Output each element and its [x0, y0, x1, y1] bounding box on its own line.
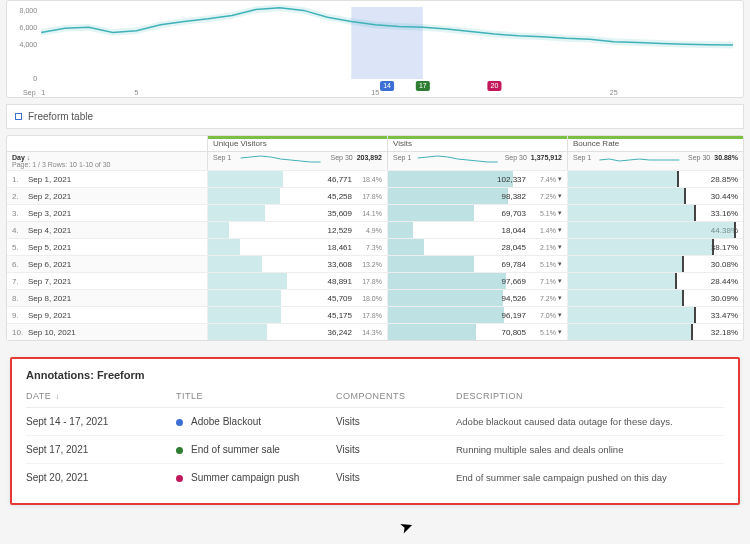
line-chart-panel[interactable]: 04,0006,0008,0001417201Sep51525 — [6, 0, 744, 98]
col-visits[interactable]: Visits — [387, 136, 567, 151]
freeform-section-header: Freeform table — [6, 104, 744, 129]
svg-text:4,000: 4,000 — [20, 41, 38, 48]
sort-icon[interactable]: ↓ — [55, 392, 60, 401]
table-row[interactable]: 4.Sep 4, 2021 12,5294.9% 18,0441.4%▾ 44.… — [7, 221, 743, 238]
pagination-label[interactable]: Page: 1 / 3 Rows: 10 1-10 of 30 — [12, 161, 202, 168]
cursor-icon: ➤ — [397, 515, 416, 537]
svg-text:15: 15 — [371, 89, 379, 96]
table-row[interactable]: 6.Sep 6, 2021 33,60813.2% 69,7845.1%▾ 30… — [7, 255, 743, 272]
dimension-label[interactable]: Day — [12, 154, 25, 161]
svg-text:8,000: 8,000 — [20, 7, 38, 14]
table-row[interactable]: 7.Sep 7, 2021 48,89117.8% 97,6697.1%▾ 28… — [7, 272, 743, 289]
annotations-freeform-panel: Annotations: Freeform DATE↓ TITLE COMPON… — [10, 357, 740, 505]
table-row[interactable]: 8.Sep 8, 2021 45,70918.0% 94,5267.2%▾ 30… — [7, 289, 743, 306]
table-row[interactable]: 1.Sep 1, 2021 46,77118.4% 102,3377.4%▾ 2… — [7, 170, 743, 187]
svg-text:0: 0 — [33, 75, 37, 82]
svg-rect-4 — [351, 7, 423, 79]
table-row[interactable]: 3.Sep 3, 2021 35,60914.1% 69,7035.1%▾ 33… — [7, 204, 743, 221]
collapse-icon[interactable] — [15, 113, 22, 120]
table-row[interactable]: 9.Sep 9, 2021 45,17517.8% 96,1977.0%▾ 33… — [7, 306, 743, 323]
svg-text:14: 14 — [383, 82, 391, 89]
annotations-headers: DATE↓ TITLE COMPONENTS DESCRIPTION — [26, 391, 724, 408]
annotations-panel-title: Annotations: Freeform — [26, 369, 724, 381]
freeform-column-headers: Unique Visitors Visits Bounce Rate — [7, 136, 743, 151]
svg-text:1: 1 — [41, 89, 45, 96]
col-bounce-rate[interactable]: Bounce Rate — [567, 136, 743, 151]
section-title: Freeform table — [28, 111, 93, 122]
annotation-row[interactable]: Sept 20, 2021 Summer campaign push Visit… — [26, 464, 724, 491]
col-title[interactable]: TITLE — [176, 391, 336, 401]
table-row[interactable]: 5.Sep 5, 2021 18,4617.3% 28,0452.1%▾ 38.… — [7, 238, 743, 255]
line-chart: 04,0006,0008,0001417201Sep51525 — [13, 3, 737, 97]
col-unique-visitors[interactable]: Unique Visitors — [207, 136, 387, 151]
col-description[interactable]: DESCRIPTION — [456, 391, 724, 401]
svg-text:5: 5 — [135, 89, 139, 96]
col-components[interactable]: COMPONENTS — [336, 391, 456, 401]
annotation-row[interactable]: Sept 14 - 17, 2021 Adobe Blackout Visits… — [26, 408, 724, 436]
col-date[interactable]: DATE — [26, 391, 51, 401]
svg-text:25: 25 — [610, 89, 618, 96]
freeform-summary-row: Day ↓ Page: 1 / 3 Rows: 10 1-10 of 30 Se… — [7, 151, 743, 170]
freeform-table: Unique Visitors Visits Bounce Rate Day ↓… — [6, 135, 744, 341]
svg-text:17: 17 — [419, 82, 427, 89]
table-row[interactable]: 2.Sep 2, 2021 45,25817.8% 98,3827.2%▾ 30… — [7, 187, 743, 204]
svg-text:6,000: 6,000 — [20, 24, 38, 31]
svg-text:20: 20 — [491, 82, 499, 89]
svg-text:Sep: Sep — [23, 89, 36, 97]
table-row[interactable]: 10.Sep 10, 2021 36,24214.3% 70,8055.1%▾ … — [7, 323, 743, 340]
annotation-row[interactable]: Sept 17, 2021 End of summer sale Visits … — [26, 436, 724, 464]
